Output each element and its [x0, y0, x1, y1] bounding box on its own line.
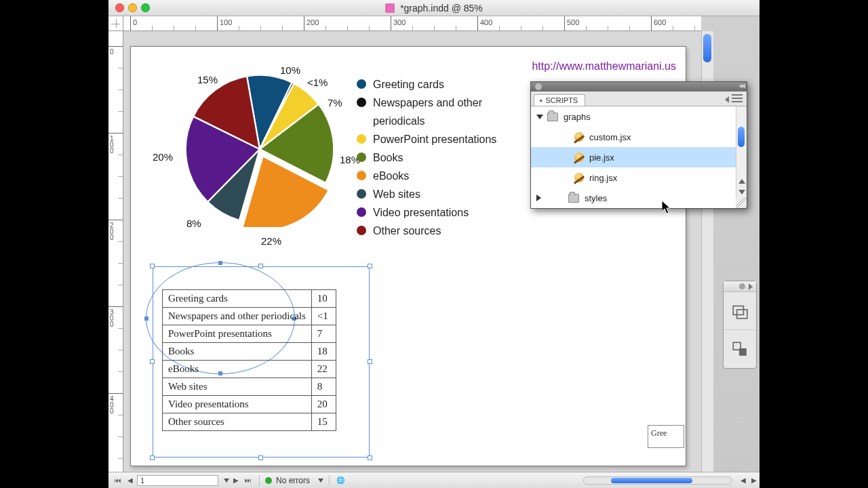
first-page-button[interactable]: ⏮ — [113, 475, 123, 486]
legend-label: Greeting cards — [373, 75, 444, 94]
scripts-tree[interactable]: graphscustom.jsxpie.jsxring.jsxstyles — [531, 106, 747, 208]
hscroll-thumb[interactable] — [611, 478, 692, 483]
legend-swatch-icon — [357, 189, 366, 199]
prev-page-button[interactable]: ◀ — [125, 475, 136, 486]
scripts-panel[interactable]: SCRIPTS graphscustom.jsxpie.jsxring.jsxs… — [530, 81, 747, 209]
legend-item: Books — [357, 148, 509, 167]
pie-chart — [182, 71, 338, 227]
tool-dock-header[interactable] — [724, 281, 756, 292]
handle-se[interactable] — [368, 455, 372, 460]
panel-close-icon[interactable] — [535, 83, 542, 90]
table-cell-value[interactable]: 10 — [311, 290, 336, 308]
scripts-tabrow: SCRIPTS — [531, 92, 747, 106]
sync-icon[interactable]: 🌐 — [335, 475, 346, 486]
indesign-doc-icon — [385, 3, 395, 13]
table-row[interactable]: PowerPoint presentations7 — [163, 325, 336, 343]
legend-item: Web sites — [357, 185, 509, 203]
dock-expand-icon[interactable] — [749, 283, 753, 290]
legend-item: eBooks — [357, 167, 509, 185]
scroll-down-icon[interactable] — [738, 190, 745, 195]
preflight-label: No errors — [276, 476, 310, 485]
legend-item: Other sources — [357, 222, 509, 240]
last-page-button[interactable]: ⏭ — [243, 475, 254, 486]
preflight-status[interactable]: No errors — [265, 476, 323, 485]
page-dropdown-icon[interactable] — [224, 479, 229, 483]
hscroll-right-icon[interactable]: ▶ — [749, 475, 760, 486]
legend-swatch-icon — [357, 226, 366, 235]
pct-web: 8% — [186, 218, 201, 229]
handle-w[interactable] — [150, 359, 155, 364]
window-title: *graph.indd @ 85% — [108, 3, 760, 14]
ruler-horizontal[interactable]: 0100200300400500600 — [123, 16, 701, 31]
table-row[interactable]: Newspapers and other periodicals<1 — [163, 308, 336, 325]
table-cell-label[interactable]: PowerPoint presentations — [163, 325, 312, 343]
handle-nw[interactable] — [150, 264, 155, 268]
table-cell-label[interactable]: Web sites — [163, 378, 312, 396]
panel-collapse-icon[interactable] — [732, 83, 744, 90]
table-row[interactable]: Other sources15 — [163, 413, 336, 431]
scroll-up-icon[interactable] — [738, 179, 745, 184]
handle-e[interactable] — [368, 359, 372, 364]
table-cell-label[interactable]: Books — [163, 343, 312, 361]
handle-sw[interactable] — [150, 455, 155, 460]
table-cell-value[interactable]: 20 — [311, 396, 336, 413]
next-page-button[interactable]: ▶ — [231, 475, 241, 486]
script-icon — [574, 132, 584, 142]
scripts-tab[interactable]: SCRIPTS — [534, 94, 585, 106]
table-cell-label[interactable]: Greeting cards — [163, 290, 312, 308]
table-cell-value[interactable]: 18 — [311, 343, 336, 361]
panel-menu-icon[interactable] — [732, 94, 743, 102]
tree-item-pie-jsx[interactable]: pie.jsx — [531, 147, 747, 167]
table-cell-value[interactable]: 15 — [311, 413, 336, 431]
data-table[interactable]: Greeting cards10Newspapers and other per… — [162, 289, 336, 431]
scripts-panel-grip[interactable] — [531, 82, 747, 92]
folder-icon — [547, 113, 558, 121]
tool-dock[interactable] — [723, 281, 757, 369]
table-cell-label[interactable]: Video presentations — [163, 396, 312, 413]
page-number-field[interactable]: 1 — [137, 475, 218, 486]
table-cell-label[interactable]: Newspapers and other periodicals — [163, 308, 312, 325]
script-icon — [574, 152, 584, 162]
tool-button-2[interactable] — [724, 330, 756, 368]
panel-resize-handle[interactable] — [736, 197, 747, 208]
pct-greeting: 10% — [280, 64, 300, 76]
selected-frame[interactable]: Greeting cards10Newspapers and other per… — [153, 266, 370, 458]
table-cell-value[interactable]: 8 — [311, 378, 336, 396]
disclosure-closed-icon[interactable] — [536, 195, 541, 201]
table-row[interactable]: Greeting cards10 — [163, 290, 336, 308]
ruler-origin[interactable] — [108, 16, 123, 31]
scroll-thumb[interactable] — [703, 34, 711, 62]
tool-button-1[interactable] — [724, 292, 756, 330]
tree-label: custom.jsx — [589, 132, 631, 142]
legend: Greeting cardsNewspapers and other perio… — [357, 75, 509, 240]
legend-label: Other sources — [373, 222, 441, 240]
table-row[interactable]: Video presentations20 — [163, 396, 336, 413]
table-row[interactable]: Web sites8 — [163, 378, 336, 396]
tree-item-ring-jsx[interactable]: ring.jsx — [531, 167, 747, 188]
legend-swatch-icon — [357, 79, 366, 89]
disclosure-open-icon[interactable] — [536, 115, 543, 119]
table-cell-value[interactable]: 7 — [311, 325, 336, 343]
legend-item: Video presentations — [357, 203, 509, 222]
dock-collapse-icon[interactable] — [739, 283, 745, 289]
scripts-scroll-thumb[interactable] — [738, 127, 745, 147]
table-cell-value[interactable]: 22 — [311, 361, 336, 378]
ruler-vertical[interactable]: 0100200300400 — [108, 31, 123, 472]
table-row[interactable]: eBooks22 — [163, 361, 336, 378]
hscroll-left-icon[interactable]: ◀ — [738, 475, 749, 486]
horizontal-scrollbar[interactable] — [583, 476, 732, 485]
scripts-scrollbar[interactable] — [736, 106, 747, 197]
tree-folder-graphs[interactable]: graphs — [531, 106, 747, 127]
table-row[interactable]: Books18 — [163, 343, 336, 361]
tree-folder-styles[interactable]: styles — [531, 188, 747, 208]
preflight-dropdown-icon[interactable] — [318, 479, 323, 483]
legend-swatch-icon — [357, 207, 366, 217]
legend-label: Newspapers and other periodicals — [373, 94, 509, 130]
handle-ne[interactable] — [368, 264, 372, 268]
tree-item-custom-jsx[interactable]: custom.jsx — [531, 127, 747, 147]
table-cell-label[interactable]: eBooks — [163, 361, 312, 378]
handle-s[interactable] — [258, 455, 263, 460]
table-cell-value[interactable]: <1 — [311, 308, 336, 325]
table-cell-label[interactable]: Other sources — [163, 413, 312, 431]
handle-n[interactable] — [258, 264, 263, 268]
